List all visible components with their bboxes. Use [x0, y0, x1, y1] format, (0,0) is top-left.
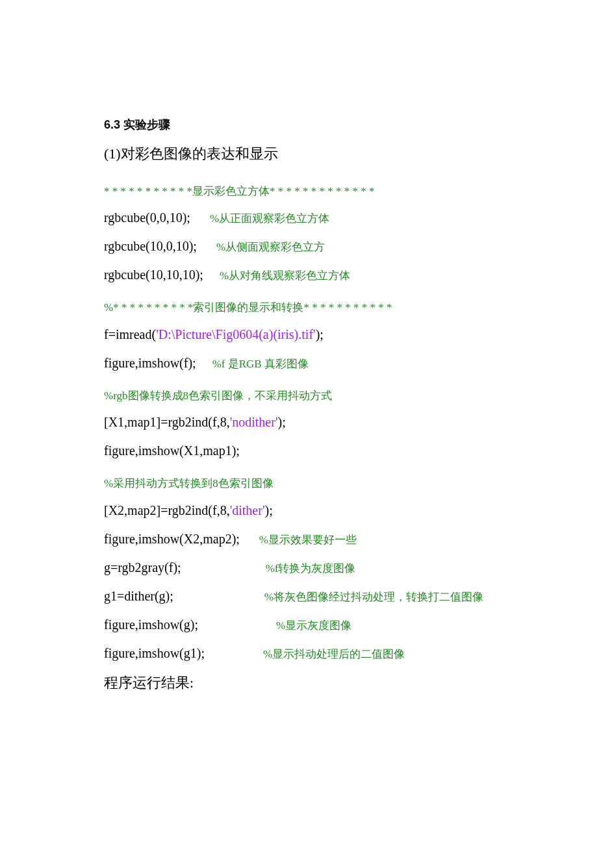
document-page: 6.3 实验步骤 (1)对彩色图像的表达和显示 * * * * * * * * …: [0, 0, 614, 868]
code-text: );: [316, 327, 324, 341]
code-text: );: [278, 415, 286, 429]
code-comment: %rgb图像转换成8色索引图像，不采用抖动方式: [104, 384, 510, 408]
code-text: g=rgb2gray(f);: [104, 560, 181, 575]
code-comment: %将灰色图像经过抖动处理，转换打二值图像: [264, 591, 483, 603]
code-line: figure,imshow(g); %显示灰度图像: [104, 610, 510, 639]
code-text: figure,imshow(g);: [104, 617, 198, 632]
code-text: figure,imshow(g1);: [104, 646, 205, 660]
code-line: rgbcube(0,0,10); %从正面观察彩色立方体: [104, 203, 510, 232]
code-comment: %从正面观察彩色立方体: [210, 212, 329, 225]
code-line: g1=dither(g); %将灰色图像经过抖动处理，转换打二值图像: [104, 582, 510, 610]
code-comment: %f 是RGB 真彩图像: [212, 358, 309, 370]
star-divider-2: %* * * * * * * * * *索引图像的显示和转换* * * * * …: [104, 295, 510, 319]
code-text: figure,imshow(f);: [104, 356, 196, 370]
code-line: figure,imshow(g1); %显示抖动处理后的二值图像: [104, 639, 510, 667]
code-text: [X1,map1]=rgb2ind(f,8,: [104, 415, 230, 429]
code-comment: %采用抖动方式转换到8色索引图像: [104, 471, 510, 495]
section-heading: 6.3 实验步骤: [104, 117, 510, 132]
star-divider-1: * * * * * * * * * * *显示彩色立方体* * * * * * …: [104, 179, 510, 203]
code-comment: %显示效果要好一些: [259, 534, 357, 546]
code-text: figure,imshow(X1,map1);: [104, 443, 240, 458]
code-text: [X2,map2]=rgb2ind(f,8,: [104, 503, 230, 517]
code-line: rgbcube(10,10,10); %从对角线观察彩色立方体: [104, 260, 510, 289]
code-comment: %从对角线观察彩色立方体: [220, 269, 350, 282]
code-line: figure,imshow(f); %f 是RGB 真彩图像: [104, 349, 510, 377]
code-string: 'dither': [230, 503, 265, 517]
code-text: rgbcube(10,10,10);: [104, 267, 203, 282]
code-comment: %从侧面观察彩色立方: [216, 241, 325, 253]
code-line: [X2,map2]=rgb2ind(f,8,'dither');: [104, 496, 510, 525]
code-comment: %显示抖动处理后的二值图像: [263, 648, 405, 660]
code-string: 'nodither': [230, 415, 278, 429]
code-comment: %f转换为灰度图像: [266, 562, 356, 575]
code-line: figure,imshow(X2,map2); %显示效果要好一些: [104, 525, 510, 553]
code-text: rgbcube(0,0,10);: [104, 210, 190, 225]
code-line: figure,imshow(X1,map1);: [104, 436, 510, 465]
result-label: 程序运行结果:: [104, 667, 510, 699]
code-comment: %显示灰度图像: [276, 619, 352, 632]
code-text: g1=dither(g);: [104, 589, 173, 603]
code-text: rgbcube(10,0,10);: [104, 239, 197, 253]
code-text: figure,imshow(X2,map2);: [104, 532, 240, 546]
code-string: 'D:\Picture\Fig0604(a)(iris).tif': [156, 327, 316, 341]
code-line: rgbcube(10,0,10); %从侧面观察彩色立方: [104, 232, 510, 260]
code-line: g=rgb2gray(f); %f转换为灰度图像: [104, 553, 510, 582]
step-title: (1)对彩色图像的表达和显示: [104, 144, 510, 164]
code-text: );: [265, 503, 273, 517]
code-line: [X1,map1]=rgb2ind(f,8,'nodither');: [104, 408, 510, 436]
code-text: f=imread(: [104, 327, 156, 341]
code-line: f=imread('D:\Picture\Fig0604(a)(iris).ti…: [104, 320, 510, 349]
